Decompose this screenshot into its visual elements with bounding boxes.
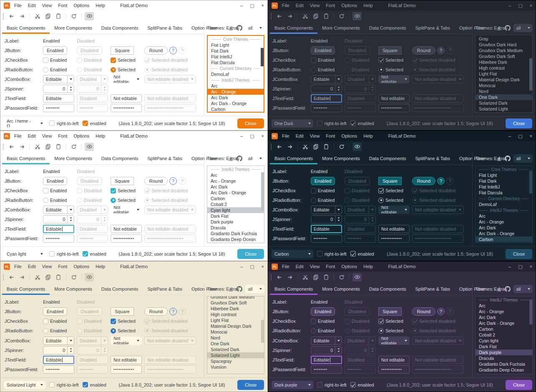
download-theme-button[interactable] xyxy=(496,25,502,31)
theme-list-item[interactable]: Gruvbox Dark Medium xyxy=(207,296,264,300)
menu-options[interactable]: Options xyxy=(341,3,357,8)
menu-file[interactable]: File xyxy=(14,3,22,8)
toolbar-grip[interactable] xyxy=(3,274,4,280)
menu-edit[interactable]: Edit xyxy=(296,133,304,138)
chevron-down-icon[interactable] xyxy=(306,381,313,389)
checkbox-enabled[interactable]: Enabled xyxy=(311,58,345,63)
checkbox-enabled[interactable]: Enabled xyxy=(43,188,77,193)
github-link-button[interactable] xyxy=(237,286,242,292)
forward-button[interactable] xyxy=(285,273,294,281)
textfield-editable[interactable]: Editable xyxy=(43,356,74,364)
enabled-checkbox[interactable]: enabled xyxy=(350,121,374,126)
forward-button[interactable] xyxy=(285,143,294,151)
passwordfield-not-editable[interactable]: •••••••••••• xyxy=(378,234,410,243)
back-button[interactable] xyxy=(275,273,284,281)
scrollbar-thumb[interactable] xyxy=(261,48,264,66)
help-button[interactable]: ? xyxy=(169,47,177,54)
theme-list-item[interactable]: Gruvbox Dark Soft xyxy=(476,53,532,59)
right-to-left-checkbox[interactable]: right-to-left xyxy=(317,382,347,387)
combobox-not-editable[interactable]: Not editable xyxy=(378,75,410,83)
textfield-not-editable[interactable]: Not editable xyxy=(111,356,142,364)
tab-more-components[interactable]: More Components xyxy=(317,152,365,164)
copy-button[interactable] xyxy=(43,273,53,281)
refresh-button[interactable] xyxy=(337,273,346,281)
theme-combobox[interactable]: Cyan light xyxy=(4,250,45,258)
scrollbar-thumb[interactable] xyxy=(529,299,532,324)
scrollbar-thumb[interactable] xyxy=(529,58,532,90)
maximize-button[interactable]: ▢ xyxy=(518,134,522,138)
chevron-down-icon[interactable] xyxy=(335,206,342,214)
enabled-button[interactable]: Enabled xyxy=(43,307,67,316)
menu-edit[interactable]: Edit xyxy=(28,3,36,8)
tab-data-components[interactable]: Data Components xyxy=(97,152,143,164)
spinner-enabled[interactable]: 0 xyxy=(311,85,342,93)
forward-button[interactable] xyxy=(18,12,27,20)
tab-splitpane-tabs[interactable]: SplitPane & Tabs xyxy=(143,22,187,34)
menu-options[interactable]: Options xyxy=(73,3,89,8)
theme-list-item[interactable]: Flat IntelliJ xyxy=(476,184,532,190)
chevron-down-icon[interactable] xyxy=(306,250,313,258)
theme-combobox[interactable]: Carbon xyxy=(272,250,313,258)
right-to-left-checkbox[interactable]: right-to-left xyxy=(49,251,79,256)
minimize-button[interactable]: – xyxy=(240,134,243,138)
back-button[interactable] xyxy=(275,143,284,151)
theme-list-item[interactable]: Arc - Orange xyxy=(208,89,264,95)
toolbar-grip[interactable] xyxy=(3,144,4,150)
tab-splitpane-tabs[interactable]: SplitPane & Tabs xyxy=(143,152,187,164)
round-button[interactable]: Round xyxy=(412,46,435,55)
theme-list-item[interactable]: Arc - Orange xyxy=(476,219,532,225)
passwordfield-not-editable[interactable]: •••••••••••• xyxy=(111,234,142,243)
radio-selected[interactable]: Selected xyxy=(378,198,412,203)
textfield-editable[interactable]: Editable xyxy=(43,94,74,103)
close-button[interactable]: Close xyxy=(237,380,264,390)
square-button[interactable]: Square xyxy=(378,307,402,316)
theme-list-item[interactable]: Flat Dark xyxy=(476,178,532,184)
download-theme-button[interactable] xyxy=(228,25,234,31)
radio-selected[interactable]: Selected xyxy=(111,328,144,334)
checkbox-selected[interactable]: Selected xyxy=(111,319,144,324)
close-button[interactable]: Close xyxy=(237,249,264,259)
checkbox-selected[interactable]: Selected xyxy=(378,188,412,193)
passwordfield-editable[interactable]: •••••••• xyxy=(311,104,342,112)
radio-selected[interactable]: Selected xyxy=(111,198,144,203)
scrollbar-thumb[interactable] xyxy=(529,171,532,193)
enabled-button[interactable]: Enabled xyxy=(311,46,335,55)
right-to-left-checkbox[interactable]: right-to-left xyxy=(49,121,79,126)
theme-list-scrollbar[interactable] xyxy=(529,35,532,112)
github-link-button[interactable] xyxy=(237,25,242,31)
refresh-button[interactable] xyxy=(69,273,78,281)
theme-list-item[interactable]: Flat IntelliJ xyxy=(208,54,264,60)
passwordfield-editable[interactable]: •••••••• xyxy=(43,104,74,112)
theme-list-scrollbar[interactable] xyxy=(261,297,264,374)
tab-data-components[interactable]: Data Components xyxy=(365,152,411,164)
close-window-button[interactable]: × xyxy=(530,264,532,269)
tab-splitpane-tabs[interactable]: SplitPane & Tabs xyxy=(411,152,455,164)
copy-button[interactable] xyxy=(43,143,53,151)
theme-list[interactable]: Gruvbox Dark MediumGruvbox Dark SoftHibe… xyxy=(207,296,264,374)
theme-list-item[interactable]: Dracula xyxy=(476,355,532,361)
chevron-down-icon[interactable] xyxy=(526,285,532,293)
close-window-button[interactable]: × xyxy=(530,134,532,138)
enabled-button[interactable]: Enabled xyxy=(43,177,67,185)
combobox-editable[interactable]: Editable xyxy=(311,206,342,214)
theme-list-item[interactable]: Solarized Dark xyxy=(207,347,264,352)
theme-list-item[interactable]: Gruvbox Dark Medium xyxy=(476,48,532,53)
theme-list[interactable]: GrayGruvbox Dark HardGruvbox Dark Medium… xyxy=(475,35,533,113)
theme-list[interactable]: IntelliJ ThemesArcArc - OrangeArc DarkAr… xyxy=(207,166,264,243)
checkbox-enabled[interactable]: Enabled xyxy=(311,319,345,324)
maximize-button[interactable]: ▢ xyxy=(250,264,254,269)
minimize-button[interactable]: – xyxy=(240,264,243,269)
spinner-arrows-icon[interactable] xyxy=(335,216,342,223)
chevron-down-icon[interactable] xyxy=(135,337,141,344)
theme-list-scrollbar[interactable] xyxy=(261,166,264,243)
refresh-button[interactable] xyxy=(69,143,78,151)
checkbox-selected[interactable]: Selected xyxy=(378,319,412,324)
radio-enabled[interactable]: Enabled xyxy=(311,67,345,73)
minimize-button[interactable]: – xyxy=(508,3,511,8)
themes-filter-combobox[interactable]: all xyxy=(245,154,264,163)
theme-list-item[interactable]: Arc Dark xyxy=(476,225,532,231)
tab-basic-components[interactable]: Basic Components xyxy=(270,22,317,34)
textfield-not-editable[interactable]: Not editable xyxy=(111,94,142,103)
combobox-editable[interactable]: Editable xyxy=(43,337,74,345)
forward-button[interactable] xyxy=(285,12,294,20)
